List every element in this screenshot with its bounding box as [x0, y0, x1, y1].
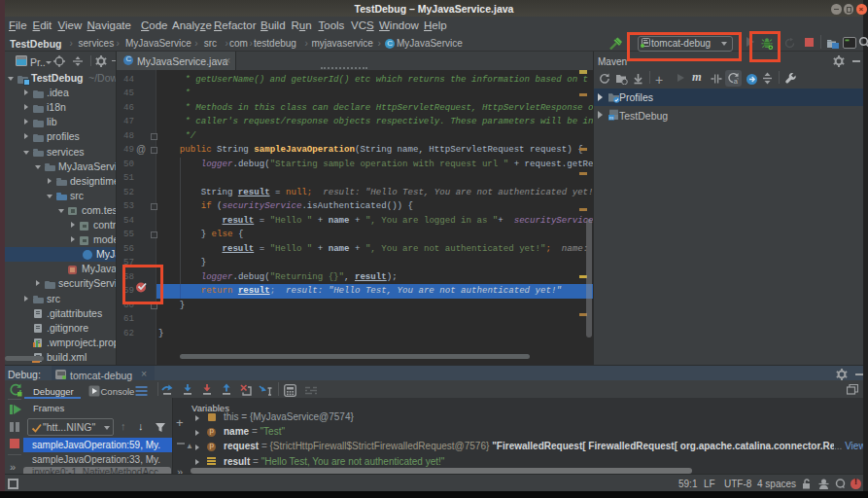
svg-text:m: m — [609, 115, 613, 121]
